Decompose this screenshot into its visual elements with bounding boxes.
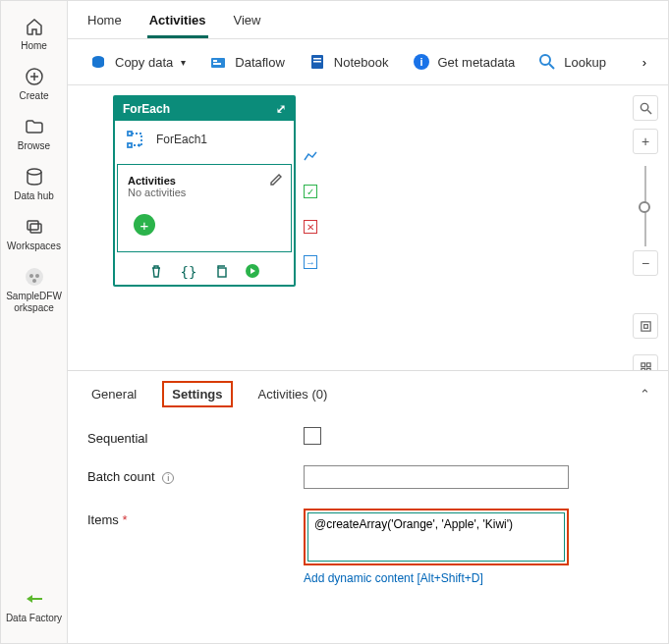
- status-success-icon[interactable]: ✓: [304, 185, 317, 198]
- svg-rect-26: [646, 362, 650, 366]
- toolbar-label: Copy data: [115, 55, 173, 70]
- auto-layout-button[interactable]: [633, 354, 658, 370]
- svg-point-1: [28, 169, 41, 175]
- add-dynamic-content-link[interactable]: Add dynamic content [Alt+Shift+D]: [304, 571, 569, 585]
- rail-item-sample-workspace[interactable]: SampleDFW orkspace: [1, 259, 67, 322]
- svg-point-22: [641, 103, 647, 110]
- toolbar-label: Get metadata: [438, 55, 516, 70]
- rail-label: Workspaces: [7, 241, 61, 251]
- items-label: Items *: [87, 509, 304, 527]
- copydata-icon: [89, 53, 107, 71]
- plus-icon: +: [140, 217, 149, 234]
- detail-tab-settings[interactable]: Settings: [162, 381, 232, 407]
- node-title: ForEach: [123, 102, 170, 116]
- get-metadata-button[interactable]: i Get metadata: [403, 47, 526, 77]
- detail-tab-general[interactable]: General: [85, 383, 142, 405]
- datafactory-icon: [25, 589, 44, 609]
- collapse-panel-button[interactable]: ⌃: [640, 387, 650, 402]
- folder-icon: [25, 117, 44, 136]
- canvas-tools: + −: [633, 95, 658, 370]
- rail-label: Data hub: [14, 190, 54, 201]
- toolbar-label: Notebook: [334, 55, 389, 70]
- zoom-knob[interactable]: [639, 201, 650, 213]
- row-sequential: Sequential: [87, 427, 648, 446]
- left-nav-rail: Home Create Browse Data hub Workspaces S…: [1, 1, 68, 643]
- svg-point-7: [32, 279, 36, 283]
- lookup-button[interactable]: Lookup: [529, 47, 616, 77]
- rail-item-create[interactable]: Create: [1, 59, 67, 109]
- batch-count-label: Batch count i: [87, 465, 304, 484]
- items-highlight-box: [304, 509, 569, 565]
- row-items: Items * Add dynamic content [Alt+Shift+D…: [87, 509, 648, 585]
- expand-icon[interactable]: ⤢: [276, 102, 286, 116]
- rail-item-datahub[interactable]: Data hub: [1, 159, 67, 209]
- node-status-column: ✓ ✕ →: [304, 149, 317, 269]
- workspaces-icon: [25, 217, 44, 237]
- svg-rect-3: [30, 224, 41, 233]
- dataflow-button[interactable]: Dataflow: [199, 47, 295, 77]
- rail-item-home[interactable]: Home: [1, 9, 67, 59]
- batch-count-input[interactable]: [304, 465, 569, 489]
- chevron-up-icon: ⌃: [640, 387, 650, 402]
- zoom-slider[interactable]: [644, 166, 646, 246]
- pipeline-canvas[interactable]: ForEach ⤢ ForEach1 Activities No activit…: [68, 85, 668, 370]
- tab-activities[interactable]: Activities: [147, 7, 208, 38]
- info-icon[interactable]: i: [162, 472, 174, 484]
- database-icon: [25, 167, 44, 187]
- svg-text:i: i: [419, 56, 422, 68]
- activities-container[interactable]: Activities No activities +: [117, 164, 292, 252]
- info-icon: i: [413, 53, 430, 71]
- svg-rect-2: [28, 221, 38, 230]
- node-footer-actions: {}: [115, 258, 294, 285]
- node-name: ForEach1: [156, 133, 207, 146]
- braces-icon[interactable]: {}: [181, 264, 197, 281]
- loop-icon: [125, 129, 146, 150]
- rail-label: SampleDFW orkspace: [1, 291, 67, 314]
- node-header[interactable]: ForEach ⤢: [115, 97, 294, 121]
- workspace-circle-icon: [25, 267, 44, 287]
- plus-circle-icon: [25, 67, 44, 86]
- dataflow-icon: [209, 53, 227, 71]
- chevron-down-icon: ▾: [181, 57, 186, 68]
- items-textarea[interactable]: [307, 512, 565, 562]
- ribbon-tabs: Home Activities View: [68, 1, 668, 39]
- copy-data-button[interactable]: Copy data ▾: [80, 47, 195, 77]
- run-icon[interactable]: [246, 264, 259, 281]
- edit-icon[interactable]: [269, 173, 283, 190]
- tab-view[interactable]: View: [232, 7, 263, 38]
- zoom-out-button[interactable]: −: [633, 250, 658, 276]
- svg-rect-20: [218, 268, 226, 277]
- sequential-checkbox[interactable]: [304, 427, 321, 445]
- svg-rect-24: [643, 324, 647, 328]
- svg-rect-18: [128, 132, 132, 135]
- toolbar-label: Lookup: [564, 55, 606, 70]
- canvas-search-button[interactable]: [633, 95, 658, 121]
- activities-title: Activities: [128, 175, 281, 187]
- rail-item-browse[interactable]: Browse: [1, 109, 67, 159]
- delete-icon[interactable]: [149, 264, 163, 281]
- notebook-button[interactable]: Notebook: [299, 47, 399, 77]
- zoom-in-button[interactable]: +: [633, 129, 658, 154]
- toolbar-overflow[interactable]: ›: [633, 49, 656, 76]
- row-batch-count: Batch count i: [87, 465, 648, 489]
- svg-rect-27: [641, 368, 644, 370]
- add-activity-button[interactable]: +: [134, 214, 155, 236]
- status-chart-icon[interactable]: [304, 149, 317, 163]
- rail-item-workspaces[interactable]: Workspaces: [1, 209, 67, 259]
- tab-home[interactable]: Home: [85, 7, 124, 38]
- svg-rect-14: [313, 61, 321, 63]
- copy-icon[interactable]: [214, 264, 228, 281]
- required-asterisk: *: [122, 512, 127, 527]
- svg-rect-13: [313, 58, 321, 60]
- activities-subtitle: No activities: [128, 187, 281, 198]
- svg-rect-28: [646, 368, 650, 370]
- rail-item-datafactory[interactable]: Data Factory: [1, 581, 67, 631]
- rail-label: Data Factory: [6, 613, 62, 623]
- detail-tab-activities[interactable]: Activities (0): [252, 383, 334, 405]
- canvas-wrap: ForEach ⤢ ForEach1 Activities No activit…: [68, 85, 668, 370]
- status-failure-icon[interactable]: ✕: [304, 220, 317, 234]
- foreach-node[interactable]: ForEach ⤢ ForEach1 Activities No activit…: [113, 95, 296, 287]
- fit-to-screen-button[interactable]: [633, 313, 658, 339]
- chevron-right-icon: ›: [642, 55, 646, 70]
- status-skip-icon[interactable]: →: [304, 255, 317, 269]
